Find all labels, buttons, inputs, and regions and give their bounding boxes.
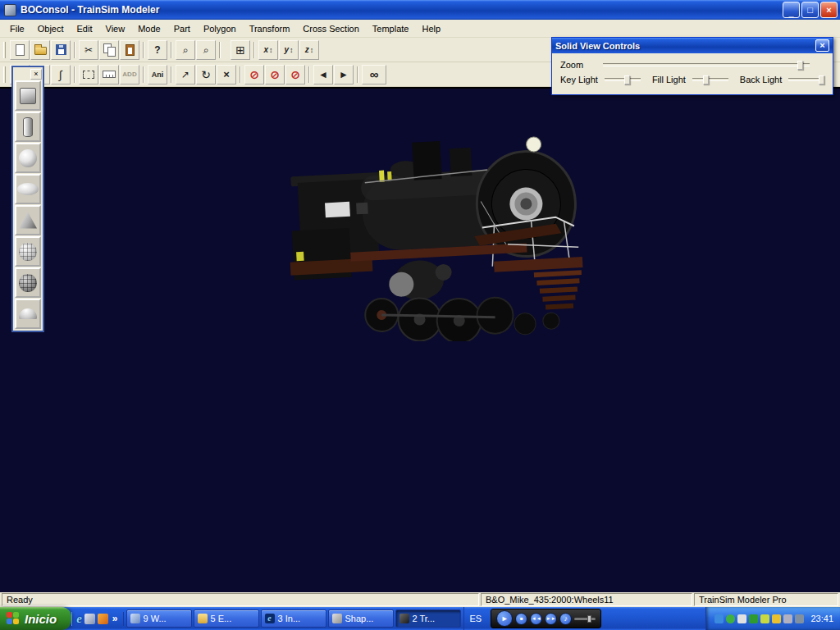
solid-view-controls-window: Solid View Controls × Zoom Key Light Fil… bbox=[551, 37, 833, 95]
zoom-slider[interactable] bbox=[603, 63, 810, 66]
menu-part[interactable]: Part bbox=[167, 21, 197, 36]
zoom-slider-knob[interactable] bbox=[797, 61, 803, 70]
cut-button[interactable]: ✂ bbox=[79, 40, 98, 60]
menu-file[interactable]: File bbox=[3, 21, 31, 36]
toolbar-grip[interactable] bbox=[3, 66, 6, 83]
cube-shape-button[interactable] bbox=[15, 80, 41, 111]
task-button-word[interactable]: 9 W... bbox=[126, 609, 192, 628]
spline-tool-button[interactable]: ∫ bbox=[51, 65, 71, 84]
menu-template[interactable]: Template bbox=[366, 21, 416, 36]
shaded-sphere-shape-button[interactable] bbox=[15, 267, 41, 298]
toolbar-grip[interactable] bbox=[3, 42, 6, 58]
paste-button[interactable] bbox=[120, 40, 139, 60]
cylinder-shape-button[interactable] bbox=[15, 112, 41, 142]
task-button-internet[interactable]: e3 In... bbox=[261, 609, 326, 628]
menu-edit[interactable]: Edit bbox=[71, 21, 99, 36]
update-tray-icon[interactable] bbox=[714, 614, 724, 623]
shape-app-icon bbox=[332, 614, 342, 623]
shield-tray-icon[interactable] bbox=[749, 614, 758, 623]
step-forward-button[interactable]: ► bbox=[334, 65, 354, 84]
media-volume-button[interactable]: ♪ bbox=[559, 613, 572, 625]
grid-button[interactable]: ⊞ bbox=[231, 40, 250, 60]
palette-close-button[interactable]: × bbox=[30, 69, 42, 80]
axis-x-button[interactable]: x↕ bbox=[258, 40, 278, 60]
axis-y-button[interactable]: y↕ bbox=[279, 40, 299, 60]
messenger-tray-icon[interactable] bbox=[726, 614, 735, 623]
close-button[interactable]: × bbox=[820, 2, 838, 18]
move-tool-button[interactable]: ↗ bbox=[176, 65, 195, 84]
fill-light-slider[interactable] bbox=[692, 78, 728, 81]
ruler-icon bbox=[103, 71, 116, 78]
media-next-button[interactable]: ►► bbox=[545, 613, 557, 625]
language-indicator[interactable]: ES bbox=[463, 607, 488, 630]
antivirus-tray-icon[interactable] bbox=[760, 614, 769, 623]
hide-polygons-button[interactable]: ⊘ bbox=[244, 65, 264, 84]
hide-parts-button[interactable]: ⊘ bbox=[285, 65, 305, 84]
locomotive-model[interactable] bbox=[285, 125, 597, 341]
media-previous-button[interactable]: ◄◄ bbox=[530, 613, 542, 625]
save-button[interactable] bbox=[51, 40, 71, 60]
solid-view-controls-titlebar[interactable]: Solid View Controls × bbox=[552, 38, 833, 53]
solid-view-controls-close-button[interactable]: × bbox=[815, 39, 829, 52]
select-tool-button[interactable] bbox=[79, 65, 98, 84]
media-play-button[interactable]: ► bbox=[496, 610, 513, 627]
media-volume-knob[interactable] bbox=[587, 615, 591, 623]
media-stop-button[interactable]: ■ bbox=[515, 613, 527, 625]
zoom-out-button[interactable]: ⌕ bbox=[196, 40, 216, 60]
cone-shape-button[interactable] bbox=[15, 205, 41, 235]
open-button[interactable] bbox=[30, 40, 50, 60]
viewport-3d[interactable] bbox=[0, 87, 840, 592]
new-button[interactable] bbox=[10, 40, 30, 60]
volume-tray-icon[interactable] bbox=[783, 614, 792, 623]
step-back-button[interactable]: ◄ bbox=[313, 65, 333, 84]
task-button-shape[interactable]: Shap... bbox=[328, 609, 394, 628]
media-player-icon[interactable] bbox=[98, 614, 108, 624]
ellipsoid-shape-button[interactable] bbox=[15, 174, 41, 204]
task-button-trainsim-active[interactable]: 2 Tr... bbox=[395, 609, 461, 628]
animation-button[interactable]: Ani bbox=[148, 65, 167, 84]
zoom-in-button[interactable]: ⌕ bbox=[176, 40, 195, 60]
scale-tool-button[interactable]: × bbox=[217, 65, 236, 84]
maximize-button[interactable]: □ bbox=[801, 2, 819, 18]
network-tray-icon[interactable] bbox=[795, 614, 804, 623]
separator bbox=[308, 66, 310, 83]
help-button[interactable]: ? bbox=[148, 40, 167, 60]
dome-shape-button[interactable] bbox=[15, 299, 41, 329]
menu-transform[interactable]: Transform bbox=[243, 21, 297, 36]
show-desktop-icon[interactable] bbox=[84, 614, 95, 624]
pen-tray-icon[interactable] bbox=[737, 614, 746, 623]
axis-z-button[interactable]: z↕ bbox=[299, 40, 319, 60]
media-player-toolbar: ► ■ ◄◄ ►► ♪ bbox=[491, 609, 601, 628]
back-light-knob[interactable] bbox=[819, 75, 824, 84]
key-light-knob[interactable] bbox=[624, 75, 630, 84]
back-light-slider[interactable] bbox=[788, 78, 824, 81]
solid-view-controls-title: Solid View Controls bbox=[555, 41, 815, 51]
key-light-slider[interactable] bbox=[605, 78, 641, 81]
menu-object[interactable]: Object bbox=[31, 21, 71, 36]
media-volume-slider[interactable] bbox=[574, 618, 596, 620]
chevron-icon[interactable]: » bbox=[112, 613, 118, 624]
sphere-shape-button[interactable] bbox=[15, 143, 41, 173]
menu-polygon[interactable]: Polygon bbox=[197, 21, 243, 36]
menu-mode[interactable]: Mode bbox=[131, 21, 167, 36]
menu-view[interactable]: View bbox=[99, 21, 132, 36]
find-button[interactable]: ∞ bbox=[362, 65, 386, 84]
binoculars-icon: ∞ bbox=[370, 67, 379, 81]
start-button[interactable]: Inicio bbox=[0, 607, 71, 630]
menu-cross-section[interactable]: Cross Section bbox=[296, 21, 365, 36]
measure-tool-button[interactable] bbox=[99, 65, 119, 84]
zoom-out-icon: ⌕ bbox=[203, 44, 209, 56]
internet-explorer-icon[interactable]: e bbox=[76, 612, 82, 626]
rotate-tool-button[interactable]: ↻ bbox=[196, 65, 216, 84]
mesh-sphere-shape-button[interactable] bbox=[15, 236, 41, 267]
copy-button[interactable] bbox=[99, 40, 119, 60]
help-icon: ? bbox=[154, 44, 160, 56]
fill-light-knob[interactable] bbox=[703, 75, 709, 84]
minimize-button[interactable]: _ bbox=[783, 2, 800, 18]
hide-points-button[interactable]: ⊘ bbox=[265, 65, 285, 84]
mail-tray-icon[interactable] bbox=[772, 614, 781, 623]
menu-help[interactable]: Help bbox=[415, 21, 447, 36]
add-tool-button[interactable]: ADD bbox=[120, 65, 139, 84]
taskbar-clock: 23:41 bbox=[810, 614, 833, 623]
task-button-explorer[interactable]: 5 E... bbox=[194, 609, 259, 628]
